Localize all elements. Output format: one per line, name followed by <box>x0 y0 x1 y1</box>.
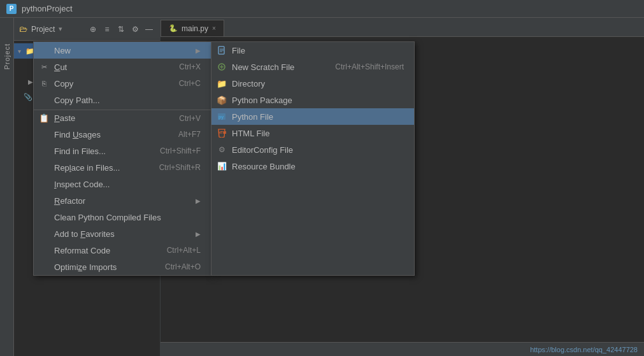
status-url: https://blog.csdn.net/qq_42447728 <box>530 346 638 353</box>
paste-icon: 📋 <box>39 113 49 124</box>
menu-item-cut[interactable]: ✂ Cut Ctrl+X <box>34 59 211 75</box>
sidebar-dropdown-arrow[interactable]: ▾ <box>59 25 62 33</box>
toolbar-collapse-btn[interactable]: ≡ <box>101 24 113 35</box>
optimize-icon <box>39 262 49 272</box>
tab-close-btn[interactable]: × <box>212 25 216 32</box>
file-icon <box>217 45 227 55</box>
menu-item-reformat[interactable]: Reformat Code Ctrl+Alt+L <box>34 242 211 259</box>
py-tab-icon: 🐍 <box>169 24 178 32</box>
submenu-scratch-label: New Scratch File <box>232 62 330 72</box>
menu-paste-label: Paste <box>54 113 161 123</box>
find-files-icon <box>39 146 49 156</box>
cut-shortcut: Ctrl+X <box>179 62 201 71</box>
find-usages-shortcut: Alt+F7 <box>178 130 201 139</box>
new-arrow: ▶ <box>196 47 201 54</box>
vertical-tab-label: Project <box>3 43 11 69</box>
replace-files-icon <box>39 162 49 173</box>
menu-inspect-label: Inspect Code... <box>54 180 201 189</box>
submenu-file-label: File <box>232 46 404 55</box>
menu-reformat-label: Reformat Code <box>54 246 149 255</box>
menu-cut-label: Cut <box>54 62 161 72</box>
tree-arrow-ext: ▶ <box>28 78 33 85</box>
title-bar: P pythonProject <box>0 0 644 18</box>
find-usages-icon <box>39 129 49 139</box>
context-menu-container: New ▶ ✂ Cut Ctrl+X ⎘ Copy Ctrl+C Copy Pa… <box>33 41 415 276</box>
submenu-item-package[interactable]: 📦 Python Package <box>211 92 414 108</box>
optimize-shortcut: Ctrl+Alt+O <box>165 262 201 271</box>
submenu-item-html[interactable]: HTML HTML File <box>211 125 414 141</box>
toolbar-settings-btn[interactable]: ⚙ <box>129 24 141 35</box>
folder-icon: 🗁 <box>19 24 27 34</box>
directory-icon: 📁 <box>217 78 227 89</box>
copy-shortcut: Ctrl+C <box>179 79 201 88</box>
paste-shortcut: Ctrl+V <box>179 114 201 123</box>
menu-item-copy[interactable]: ⎘ Copy Ctrl+C <box>34 75 211 92</box>
submenu-item-scratch[interactable]: New Scratch File Ctrl+Alt+Shift+Insert <box>211 59 414 75</box>
tab-bar: 🐍 main.py × <box>161 18 644 37</box>
toolbar-sort-btn[interactable]: ⇅ <box>115 24 127 35</box>
menu-copy-label: Copy <box>54 79 161 89</box>
menu-item-inspect-code[interactable]: Inspect Code... <box>34 176 211 192</box>
app-icon: P <box>6 4 17 14</box>
editorconfig-icon: ⚙ <box>217 145 227 155</box>
submenu-item-resource[interactable]: 📊 Resource Bundle <box>211 158 414 174</box>
menu-find-files-label: Find in Files... <box>54 146 142 156</box>
menu-item-new[interactable]: New ▶ <box>34 42 211 59</box>
package-icon: 📦 <box>217 95 227 105</box>
menu-item-refactor[interactable]: Refactor ▶ <box>34 192 211 209</box>
svg-text:py: py <box>218 115 224 120</box>
menu-item-replace-files[interactable]: Replace in Files... Ctrl+Shift+R <box>34 159 211 176</box>
submenu-item-editorconfig[interactable]: ⚙ EditorConfig File <box>211 141 414 158</box>
toolbar-locate-btn[interactable]: ⊕ <box>87 24 99 35</box>
title-text: pythonProject <box>22 4 73 13</box>
submenu-item-directory[interactable]: 📁 Directory <box>211 75 414 92</box>
submenu-item-python-file[interactable]: py Python File <box>211 108 414 125</box>
replace-files-shortcut: Ctrl+Shift+R <box>159 163 201 172</box>
menu-favorites-label: Add to Favorites <box>54 229 188 239</box>
favorites-icon <box>39 229 49 239</box>
menu-item-find-usages[interactable]: Find Usages Alt+F7 <box>34 126 211 143</box>
menu-item-favorites[interactable]: Add to Favorites ▶ <box>34 225 211 242</box>
svg-text:HTML: HTML <box>218 131 226 134</box>
copy-path-icon <box>39 95 49 105</box>
menu-new-label: New <box>54 46 188 55</box>
menu-item-find-files[interactable]: Find in Files... Ctrl+Shift+F <box>34 143 211 159</box>
menu-item-paste[interactable]: 📋 Paste Ctrl+V <box>34 110 211 126</box>
sidebar-header-label: Project <box>31 25 55 34</box>
new-icon <box>39 45 49 55</box>
reformat-shortcut: Ctrl+Alt+L <box>167 246 201 255</box>
clean-icon <box>39 212 49 222</box>
menu-item-optimize[interactable]: Optimize Imports Ctrl+Alt+O <box>34 259 211 275</box>
resource-icon: 📊 <box>217 161 227 171</box>
menu-item-clean-python[interactable]: Clean Python Compiled Files <box>34 209 211 225</box>
submenu-py-label: Python File <box>232 112 404 122</box>
refactor-icon <box>39 196 49 206</box>
submenu-pkg-label: Python Package <box>232 96 404 105</box>
tab-main-py[interactable]: 🐍 main.py × <box>161 20 224 36</box>
submenu-editorconfig-label: EditorConfig File <box>232 145 404 155</box>
cut-icon: ✂ <box>39 62 49 72</box>
python-file-icon: py <box>217 111 227 122</box>
inspect-icon <box>39 179 49 189</box>
tree-arrow-root: ▾ <box>18 48 21 55</box>
reformat-icon <box>39 245 49 255</box>
sidebar-toolbar: ⊕ ≡ ⇅ ⚙ — <box>87 24 155 35</box>
menu-optimize-label: Optimize Imports <box>54 262 147 272</box>
copy-icon: ⎘ <box>39 78 49 89</box>
menu-find-usages-label: Find Usages <box>54 130 161 139</box>
tab-main-py-label: main.py <box>182 24 208 33</box>
html-icon: HTML <box>217 128 227 138</box>
submenu-html-label: HTML File <box>232 129 404 138</box>
submenu-resource-label: Resource Bundle <box>232 162 404 171</box>
submenu-dir-label: Directory <box>232 79 404 89</box>
submenu-new: File New Scratch File Ctrl+Alt+Shift+Ins… <box>211 41 415 276</box>
vertical-project-tab[interactable]: Project <box>0 18 14 356</box>
menu-replace-files-label: Replace in Files... <box>54 163 141 173</box>
submenu-item-file[interactable]: File <box>211 42 414 59</box>
menu-item-copy-path[interactable]: Copy Path... <box>34 92 211 108</box>
toolbar-minimize-btn[interactable]: — <box>143 24 155 35</box>
find-files-shortcut: Ctrl+Shift+F <box>160 146 201 155</box>
refactor-arrow: ▶ <box>196 197 201 204</box>
menu-clean-label: Clean Python Compiled Files <box>54 213 201 222</box>
menu-copy-path-label: Copy Path... <box>54 96 201 105</box>
